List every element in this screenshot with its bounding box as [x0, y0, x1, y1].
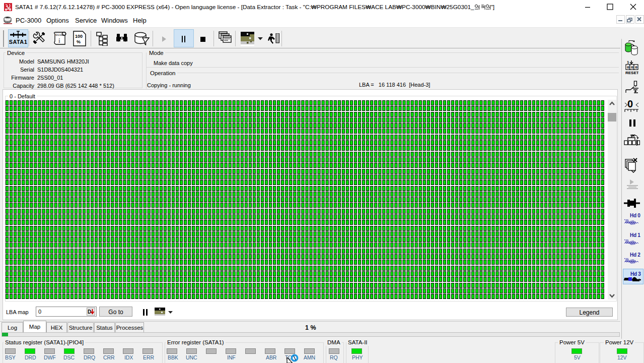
svg-text:0: 0	[627, 65, 629, 70]
svg-text:1: 1	[627, 60, 629, 65]
svg-text:%: %	[77, 39, 81, 44]
svg-text:100: 100	[75, 34, 83, 39]
svg-text:0: 0	[635, 65, 637, 70]
svg-text:i: i	[58, 37, 60, 44]
svg-text:0: 0	[631, 65, 633, 70]
svg-text:0: 0	[627, 99, 633, 109]
svg-text:01101: 01101	[55, 33, 64, 37]
svg-text:D: D	[88, 309, 91, 315]
svg-text:RESET: RESET	[625, 71, 638, 75]
